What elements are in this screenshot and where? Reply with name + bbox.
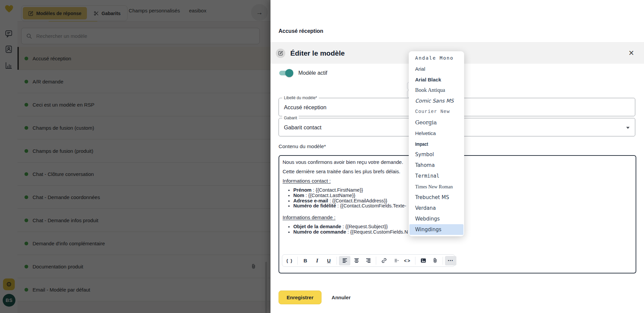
align-center-button[interactable] xyxy=(351,256,362,265)
font-menu-item[interactable]: Webdings xyxy=(409,213,464,224)
editor-toolbar: { } B I U xyxy=(282,254,455,267)
font-menu-item[interactable]: Book Antiqua xyxy=(409,85,464,96)
font-menu-item[interactable]: Verdana xyxy=(409,203,464,213)
link-icon xyxy=(381,258,387,263)
align-left-button[interactable] xyxy=(339,256,350,265)
font-menu-item[interactable]: Arial xyxy=(409,63,464,74)
font-menu-item[interactable]: Georgia xyxy=(409,117,464,128)
font-menu-item[interactable]: Impact xyxy=(409,138,464,149)
save-button[interactable]: Enregistrer xyxy=(279,291,321,304)
merge-fields-button[interactable]: { } xyxy=(284,256,295,265)
paperclip-icon xyxy=(432,258,438,263)
insert-image-button[interactable] xyxy=(417,256,429,265)
font-menu-item[interactable]: Symbol xyxy=(409,149,464,160)
active-toggle-row: Modèle actif xyxy=(279,69,327,77)
font-menu-item[interactable]: Tahoma xyxy=(409,160,464,171)
close-icon[interactable]: × xyxy=(629,49,634,58)
font-menu-item[interactable]: Times New Roman xyxy=(409,181,464,192)
underline-button[interactable]: U xyxy=(323,256,335,265)
align-right-icon xyxy=(365,258,371,263)
font-menu-item[interactable]: Courier New xyxy=(409,106,464,117)
font-menu-item[interactable]: Terminal xyxy=(409,171,464,181)
drawer-context-header: Accusé réception xyxy=(270,0,644,43)
modal-backdrop[interactable] xyxy=(0,0,270,313)
align-right-button[interactable] xyxy=(362,256,374,265)
image-icon xyxy=(420,258,426,263)
bold-button[interactable]: B xyxy=(300,256,311,265)
font-menu-item[interactable]: Arial Black xyxy=(409,74,464,85)
toggle-label: Modèle actif xyxy=(298,70,327,76)
align-center-icon xyxy=(354,258,359,263)
font-menu-item[interactable]: Andale Mono xyxy=(409,53,464,63)
link-button[interactable] xyxy=(378,256,390,265)
app-root: ⚙ BS Général Modèles de réponse Motifs C… xyxy=(0,0,644,313)
align-left-icon xyxy=(342,258,348,263)
context-title: Accusé réception xyxy=(279,28,323,34)
model-active-toggle[interactable] xyxy=(279,69,293,77)
font-family-menu: Andale Mono Arial Arial Black Book Antiq… xyxy=(409,51,464,236)
edit-circle-badge xyxy=(276,49,285,58)
cancel-button[interactable]: Annuler xyxy=(332,295,351,300)
caret-down-icon xyxy=(626,127,630,129)
bullet-list-icon xyxy=(393,258,399,263)
content-label: Contenu du modèle* xyxy=(279,143,326,149)
attach-file-button[interactable] xyxy=(429,256,441,265)
more-tools-button[interactable]: ••• xyxy=(445,256,456,265)
list-menu-button[interactable] xyxy=(390,256,401,265)
font-menu-item[interactable]: Helvetica xyxy=(409,128,464,138)
drawer-actions: Enregistrer Annuler xyxy=(279,291,351,304)
font-menu-item[interactable]: Comic Sans MS xyxy=(409,96,464,106)
font-menu-item[interactable]: Trebuchet MS xyxy=(409,192,464,203)
font-menu-item[interactable]: Wingdings xyxy=(409,224,463,235)
italic-button[interactable]: I xyxy=(311,256,323,265)
gabarit-value: Gabarit contact xyxy=(284,124,321,130)
edit-icon xyxy=(278,51,283,56)
template-label-value: Accusé réception xyxy=(284,104,327,110)
source-code-button[interactable]: <> xyxy=(402,256,413,265)
